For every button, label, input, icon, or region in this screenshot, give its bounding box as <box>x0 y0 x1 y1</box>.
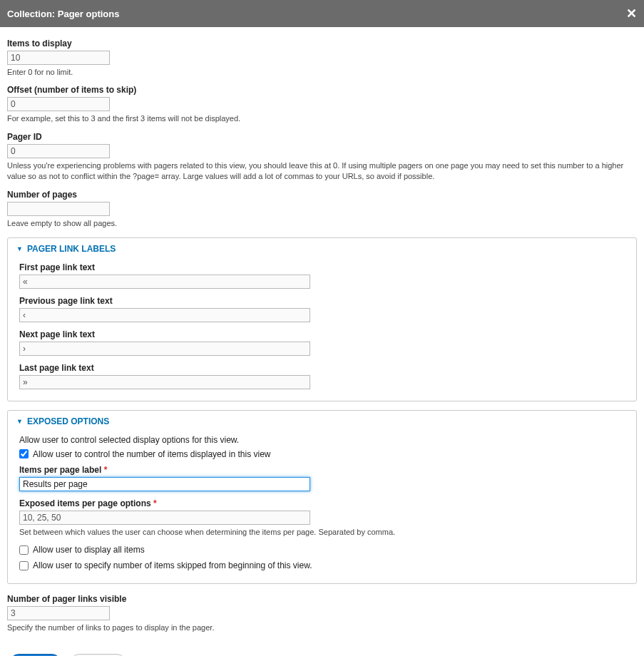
allow-items-checkbox-label[interactable]: Allow user to control the number of item… <box>33 449 271 459</box>
offset-label: Offset (number of items to skip) <box>7 85 637 95</box>
dialog-body: Items to display Enter 0 for no limit. O… <box>0 27 644 647</box>
allow-all-checkbox-label[interactable]: Allow user to display all items <box>33 545 145 555</box>
pager-link-labels-legend: Pager link labels <box>27 244 116 254</box>
exposed-items-options-field: Exposed items per page options * Set bet… <box>19 498 625 538</box>
exposed-items-options-label: Exposed items per page options * <box>19 498 625 508</box>
next-page-link-input[interactable] <box>19 342 310 356</box>
pager-id-label: Pager ID <box>7 132 637 142</box>
pager-id-field: Pager ID Unless you're experiencing prob… <box>7 132 637 183</box>
exposed-items-options-desc: Set between which values the user can ch… <box>19 527 625 538</box>
next-page-link-field: Next page link text <box>19 329 625 356</box>
offset-input[interactable] <box>7 97 110 111</box>
required-mark-icon: * <box>153 498 157 508</box>
previous-page-link-field: Previous page link text <box>19 296 625 322</box>
items-to-display-input[interactable] <box>7 51 110 65</box>
pager-options-dialog: Collection: Pager options ✕ Items to dis… <box>0 0 644 656</box>
pager-id-desc: Unless you're experiencing problems with… <box>7 160 637 183</box>
items-per-page-label-input[interactable] <box>19 477 310 491</box>
pager-link-labels-toggle[interactable]: ▼ Pager link labels <box>8 238 636 260</box>
offset-desc: For example, set this to 3 and the first… <box>7 113 637 124</box>
exposed-options-fieldset: ▼ Exposed options Allow user to control … <box>7 410 637 584</box>
exposed-items-options-text: Exposed items per page options <box>19 498 151 508</box>
pager-link-labels-fieldset: ▼ Pager link labels First page link text… <box>7 237 637 401</box>
number-of-pages-desc: Leave empty to show all pages. <box>7 218 637 229</box>
next-page-link-label: Next page link text <box>19 329 625 339</box>
offset-field: Offset (number of items to skip) For exa… <box>7 85 637 124</box>
pager-links-visible-desc: Specify the number of links to pages to … <box>7 622 637 633</box>
items-to-display-label: Items to display <box>7 39 637 48</box>
pager-id-input[interactable] <box>7 144 110 158</box>
first-page-link-input[interactable] <box>19 275 310 289</box>
exposed-options-body: Allow user to control selected display o… <box>8 432 636 583</box>
last-page-link-input[interactable] <box>19 375 310 389</box>
caret-down-icon: ▼ <box>16 418 23 425</box>
pager-link-labels-body: First page link text Previous page link … <box>8 260 636 401</box>
exposed-items-options-input[interactable] <box>19 511 310 525</box>
items-to-display-desc: Enter 0 for no limit. <box>7 67 637 78</box>
first-page-link-field: First page link text <box>19 262 625 289</box>
number-of-pages-input[interactable] <box>7 202 110 216</box>
last-page-link-label: Last page link text <box>19 363 625 373</box>
previous-page-link-label: Previous page link text <box>19 296 625 306</box>
last-page-link-field: Last page link text <box>19 363 625 389</box>
previous-page-link-input[interactable] <box>19 308 310 322</box>
first-page-link-label: First page link text <box>19 262 625 272</box>
allow-offset-checkbox[interactable] <box>19 561 29 570</box>
dialog-title: Collection: Pager options <box>7 9 119 19</box>
items-per-page-label-field: Items per page label * <box>19 465 625 491</box>
items-per-page-label-text: Items per page label <box>19 465 101 475</box>
pager-links-visible-input[interactable] <box>7 606 110 620</box>
dialog-header: Collection: Pager options ✕ <box>0 0 644 27</box>
exposed-options-intro: Allow user to control selected display o… <box>19 435 625 445</box>
items-to-display-field: Items to display Enter 0 for no limit. <box>7 39 637 78</box>
items-per-page-label-label: Items per page label * <box>19 465 625 475</box>
dialog-footer: Apply Cancel <box>0 647 644 656</box>
exposed-options-toggle[interactable]: ▼ Exposed options <box>8 411 636 432</box>
allow-items-checkbox[interactable] <box>19 449 29 458</box>
exposed-options-legend: Exposed options <box>27 416 109 426</box>
number-of-pages-label: Number of pages <box>7 190 637 200</box>
allow-all-checkbox[interactable] <box>19 545 29 555</box>
allow-offset-checkbox-label[interactable]: Allow user to specify number of items sk… <box>33 560 312 570</box>
caret-down-icon: ▼ <box>16 245 23 252</box>
pager-links-visible-field: Number of pager links visible Specify th… <box>7 594 637 633</box>
allow-offset-checkbox-row: Allow user to specify number of items sk… <box>19 560 625 570</box>
number-of-pages-field: Number of pages Leave empty to show all … <box>7 190 637 229</box>
close-icon[interactable]: ✕ <box>626 7 637 20</box>
allow-items-checkbox-row: Allow user to control the number of item… <box>19 449 625 459</box>
pager-links-visible-label: Number of pager links visible <box>7 594 637 604</box>
allow-all-checkbox-row: Allow user to display all items <box>19 545 625 555</box>
required-mark-icon: * <box>104 465 108 475</box>
